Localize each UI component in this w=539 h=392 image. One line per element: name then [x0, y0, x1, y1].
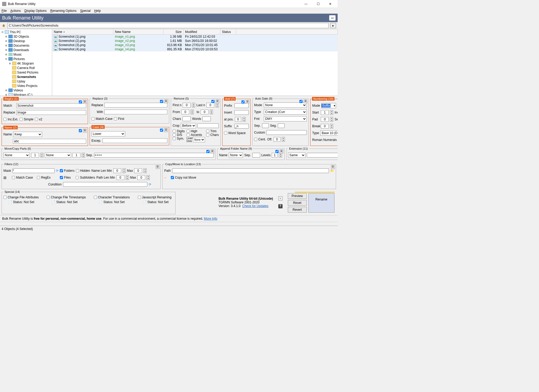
path-input[interactable]	[7, 23, 329, 28]
numbering-pad-input[interactable]	[321, 117, 329, 122]
movecopy-n1-input[interactable]	[31, 153, 39, 158]
autodate-off-input[interactable]	[274, 137, 280, 142]
appendfolder-mode-select[interactable]: None	[229, 153, 243, 158]
expand-icon[interactable]: ⊟	[1, 31, 4, 33]
tree-item[interactable]: ⊞4K Stogram	[0, 61, 52, 66]
filters-namelenmin-input[interactable]	[113, 168, 121, 173]
regex-v2-check[interactable]	[35, 118, 38, 121]
list-body[interactable]: Screenshot (1).png image_n1.png 1.36 MB …	[52, 35, 338, 96]
regex-simple-check[interactable]	[20, 118, 23, 121]
autodate-sep-input[interactable]	[262, 123, 269, 128]
tree-item[interactable]: Video Projects	[0, 84, 52, 88]
appendfolder-levels-input[interactable]	[272, 153, 278, 158]
filters-condition-input[interactable]	[63, 182, 147, 187]
special-ct-check[interactable]	[94, 196, 97, 199]
edit-icon[interactable]: 📄	[143, 200, 147, 204]
refresh-icon[interactable]: ⟳	[56, 169, 59, 173]
remove-enable-check[interactable]	[211, 100, 215, 103]
expand-icon[interactable]: ⊞	[5, 48, 8, 51]
preview-button[interactable]: Preview	[288, 193, 307, 199]
appendfolder-reset-button[interactable]: R	[280, 150, 283, 153]
remove-firstn-spin[interactable]: ▲▼	[192, 103, 195, 107]
replace-enable-check[interactable]	[160, 100, 163, 103]
remove-lastn-spin[interactable]: ▲▼	[216, 103, 219, 107]
movecopy-mode1-select[interactable]: None	[3, 153, 30, 158]
regex-incext-check[interactable]	[3, 118, 7, 121]
path-go-button[interactable]: ▸	[330, 23, 336, 28]
remove-digits-check[interactable]	[173, 130, 176, 133]
extension-mode-select[interactable]: Same	[288, 153, 305, 158]
remove-words-input[interactable]	[202, 116, 211, 121]
case-enable-check[interactable]	[160, 129, 163, 132]
filters-pathlenmax-input[interactable]	[137, 175, 145, 180]
tree-item[interactable]: ⊞Windows (C:)	[0, 92, 52, 96]
folder-tree[interactable]: ⊟This PC⊞3D Objects⊞Desktop⊞Documents⊞Do…	[0, 29, 52, 96]
reset-button[interactable]: Reset	[288, 200, 307, 206]
movecopy-n2-input[interactable]	[72, 153, 80, 158]
remove-high-check[interactable]	[187, 130, 190, 133]
file-row[interactable]: Screenshot (1).png image_n1.png 1.36 MB …	[52, 35, 338, 39]
filters-folders-check[interactable]	[60, 169, 63, 172]
regex-replace-input[interactable]	[16, 110, 86, 115]
replace-with-input[interactable]	[104, 110, 167, 114]
tree-item[interactable]: ⊞Downloads	[0, 48, 52, 52]
name-mode-select[interactable]: Keep	[13, 132, 42, 137]
expand-icon[interactable]: ⊞	[5, 89, 8, 92]
tree-item[interactable]: ⊞Documents	[0, 43, 52, 48]
expand-icon[interactable]: ⊞	[8, 62, 11, 65]
filters-subfolders-check[interactable]	[76, 176, 79, 179]
autodate-reset-button[interactable]: R	[304, 100, 307, 103]
filters-namelenmax-input[interactable]	[134, 168, 142, 173]
autodate-fmt-select[interactable]: DMY	[264, 116, 307, 121]
col-modified-header[interactable]: Modified	[183, 29, 220, 34]
menu-renaming-options[interactable]: Renaming Options	[50, 9, 76, 13]
special-jr-check[interactable]	[138, 196, 141, 199]
regex-reset-button[interactable]: R	[83, 100, 87, 104]
tree-item[interactable]: ⊞Videos	[0, 88, 52, 92]
expand-icon[interactable]: ⊞	[5, 93, 8, 96]
expand-icon[interactable]: ⊞	[5, 44, 8, 47]
copymove-copynotmove-check[interactable]	[171, 176, 174, 179]
filters-matchcase-check[interactable]	[12, 176, 15, 179]
movecopy-sep-input[interactable]	[94, 153, 214, 158]
edit-icon[interactable]: 📄	[99, 200, 103, 204]
movecopy-enable-check[interactable]	[206, 150, 210, 153]
special-cft-check[interactable]	[47, 196, 50, 199]
remove-crop-input[interactable]	[197, 123, 219, 128]
remove-firstn-input[interactable]	[183, 103, 191, 107]
tree-item[interactable]: Camera Roll	[0, 66, 52, 70]
regex-enable-check[interactable]	[79, 100, 82, 104]
filters-hidden-check[interactable]	[76, 169, 79, 172]
remove-from-input[interactable]	[181, 110, 189, 114]
file-row[interactable]: Screenshot (2).png image_n2.png 1.61 MB …	[52, 39, 338, 43]
remove-lastn-input[interactable]	[206, 103, 214, 107]
tree-item[interactable]: Saved Pictures	[0, 70, 52, 75]
remove-to-input[interactable]	[201, 110, 208, 114]
more-info-link[interactable]: More Info	[204, 217, 217, 220]
movecopy-reset-button[interactable]: R	[211, 150, 214, 153]
refresh2-icon[interactable]: ⟳	[149, 183, 151, 186]
tree-item[interactable]: Uplay	[0, 79, 52, 84]
edit-icon[interactable]: 📄	[8, 200, 12, 204]
tree-item[interactable]: ⊞Desktop	[0, 39, 52, 43]
name-enable-check[interactable]	[79, 129, 82, 132]
add-reset-button[interactable]: R	[246, 100, 249, 104]
expand-icon[interactable]: ⊞	[5, 53, 8, 56]
home-icon[interactable]	[2, 24, 6, 27]
add-suffix-input[interactable]	[234, 124, 249, 129]
remove-accents-check[interactable]	[187, 133, 190, 136]
tree-item[interactable]: Screenshots	[0, 75, 52, 79]
case-reset-button[interactable]: R	[164, 128, 168, 132]
expand-icon[interactable]: ⊞	[5, 40, 8, 42]
extension-value-input[interactable]	[307, 153, 338, 158]
edit-icon[interactable]: 📄	[51, 200, 55, 204]
autodate-enable-check[interactable]	[299, 100, 303, 103]
replace-first-check[interactable]	[114, 117, 117, 120]
filters-pathlenmin-input[interactable]	[116, 175, 124, 180]
remove-chars-input[interactable]	[182, 116, 191, 121]
maximize-button[interactable]: ☐	[314, 2, 322, 6]
add-insert-input[interactable]	[234, 110, 249, 115]
numbering-break-input[interactable]	[321, 124, 329, 129]
filters-files-check[interactable]	[60, 176, 63, 179]
expand-icon[interactable]: ⊟	[5, 57, 8, 60]
